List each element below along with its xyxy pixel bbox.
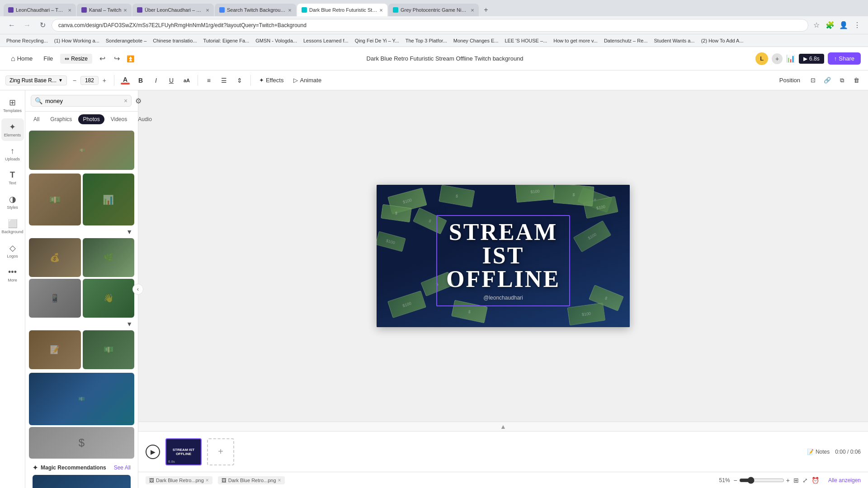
text-list-button[interactable]: ☰	[218, 74, 231, 87]
crop-icon[interactable]: ⊡	[807, 74, 819, 87]
sidebar-item-uploads[interactable]: ↑ Uploads	[1, 143, 24, 165]
clock-icon[interactable]: ⏰	[811, 477, 819, 484]
sidebar-item-background[interactable]: ⬜ Background	[1, 215, 24, 238]
zoom-out-icon[interactable]: −	[734, 477, 737, 484]
zoom-in-icon[interactable]: +	[786, 477, 790, 484]
add-scene-button[interactable]: +	[207, 438, 234, 465]
search-result-wide-2[interactable]: 💵	[29, 373, 134, 426]
lock-icon[interactable]: 🔗	[821, 74, 834, 87]
font-color-button[interactable]: A	[119, 74, 132, 87]
status-tag-1[interactable]: 🖼 Dark Blue Retro...png ×	[146, 476, 212, 484]
bookmark-5[interactable]: Tutorial: Eigene Fa...	[201, 37, 252, 44]
tab-1-close[interactable]: ×	[68, 7, 71, 14]
resize-button[interactable]: ⇔ Resize	[60, 54, 92, 64]
search-result-5[interactable]: 📱	[29, 279, 81, 318]
timeline-pull-arrow[interactable]: ▲	[138, 422, 868, 431]
search-result-3[interactable]: 💰	[29, 238, 81, 277]
new-tab-button[interactable]: +	[480, 4, 492, 16]
search-result-6[interactable]: 👋	[83, 279, 135, 318]
text-selection-box[interactable]: STREAM IST OFFLINE @leonchaudhari	[436, 215, 570, 306]
duplicate-icon[interactable]: ⧉	[835, 74, 848, 87]
search-result-wide[interactable]: 💵	[29, 131, 134, 170]
magic-result-1[interactable]: 💵	[33, 475, 131, 488]
bookmark-2[interactable]: (1) How Working a...	[52, 37, 102, 44]
bookmark-4[interactable]: Chinese translatio...	[150, 37, 199, 44]
font-size-increase-button[interactable]: +	[99, 75, 109, 85]
bookmark-6[interactable]: GMSN - Vologda...	[253, 37, 300, 44]
font-size-input[interactable]: 182	[80, 76, 99, 85]
share-button[interactable]: ↑ Share	[828, 52, 861, 65]
tab-2[interactable]: Kanal – Twitch ×	[77, 4, 132, 16]
add-collaborator-button[interactable]: +	[772, 53, 783, 64]
bookmark-9[interactable]: The Top 3 Platfor...	[403, 37, 450, 44]
back-button[interactable]: ←	[5, 19, 18, 32]
effects-button[interactable]: ✦ Effects	[255, 75, 288, 85]
bookmark-11[interactable]: LEE 'S HOUSE –...	[502, 37, 550, 44]
position-button[interactable]: Position	[776, 75, 804, 85]
analytics-icon[interactable]: 📊	[786, 54, 795, 63]
menu-icon[interactable]: ⋮	[852, 20, 863, 31]
canvas-workspace[interactable]: $100 $ $100 $ $	[138, 90, 868, 422]
tab-3[interactable]: Über LeonChaudhari – Twitch ×	[132, 4, 214, 16]
bookmark-icon[interactable]: ☆	[811, 20, 822, 31]
bookmark-12[interactable]: How to get more v...	[551, 37, 600, 44]
tab-5-active[interactable]: Dark Blue Retro Futuristic Str... ×	[297, 4, 387, 16]
bookmark-7[interactable]: Lessons Learned f...	[301, 37, 351, 44]
tab-2-close[interactable]: ×	[123, 7, 127, 14]
zoom-slider[interactable]	[739, 477, 784, 484]
address-input[interactable]: canva.com/design/DAFO3SwZX/mSs7E2LFUyhRm…	[52, 19, 808, 32]
bookmark-8[interactable]: Qing Fei De Yi – Y...	[352, 37, 402, 44]
fit-page-icon[interactable]: ⊞	[793, 477, 799, 484]
text-spacing-button[interactable]: ⇕	[233, 74, 246, 87]
forward-button[interactable]: →	[21, 19, 33, 32]
tab-graphics[interactable]: Graphics	[46, 114, 76, 124]
bookmark-13[interactable]: Datenschutz – Re...	[601, 37, 651, 44]
tab-videos[interactable]: Videos	[106, 114, 132, 124]
extensions-icon[interactable]: 🧩	[825, 20, 835, 31]
bold-button[interactable]: B	[134, 74, 147, 87]
font-size-decrease-button[interactable]: −	[70, 75, 80, 85]
tab-all[interactable]: All	[29, 114, 44, 124]
user-avatar[interactable]: L	[755, 52, 768, 65]
tab-6-close[interactable]: ×	[471, 7, 474, 14]
see-all-link[interactable]: See All	[114, 465, 131, 471]
timeline-thumbnail[interactable]: STREAM ISTOFFLINE 6.8s	[165, 438, 202, 465]
search-result-dollar[interactable]: $	[29, 427, 134, 459]
tab-photos[interactable]: Photos	[78, 114, 104, 124]
file-button[interactable]: File	[40, 53, 57, 64]
search-clear-button[interactable]: ×	[124, 97, 127, 104]
tab-3-close[interactable]: ×	[206, 7, 209, 14]
animate-button[interactable]: ▷ Animate	[290, 75, 325, 85]
sidebar-item-templates[interactable]: ⊞ Templates	[1, 94, 24, 117]
see-all-button[interactable]: Alle anzeigen	[828, 477, 861, 483]
user-profile-icon[interactable]: 👤	[838, 20, 849, 31]
bookmark-10[interactable]: Money Changes E...	[451, 37, 501, 44]
tab-6[interactable]: Grey Photocentric Game Nigh... ×	[388, 4, 479, 16]
search-result-4[interactable]: 🌿	[83, 238, 135, 277]
text-align-left-button[interactable]: ≡	[203, 74, 215, 87]
search-result-8[interactable]: 💵	[83, 330, 135, 369]
tag-1-close[interactable]: ×	[206, 477, 209, 483]
font-case-button[interactable]: aA	[180, 74, 193, 87]
undo-button[interactable]: ↩	[96, 52, 108, 65]
design-canvas[interactable]: $100 $ $100 $ $	[377, 185, 630, 327]
bookmark-15[interactable]: (2) How To Add A...	[698, 37, 746, 44]
sidebar-item-elements[interactable]: ✦ Elements	[1, 118, 24, 141]
tab-1[interactable]: LeonChaudhari – Twitch ×	[4, 4, 76, 16]
sidebar-item-more[interactable]: ••• More	[1, 264, 24, 286]
tab-5-close[interactable]: ×	[379, 7, 383, 14]
home-button[interactable]: ⌂ Home	[7, 53, 36, 65]
search-result-1[interactable]: 💵	[29, 174, 81, 225]
tag-2-close[interactable]: ×	[278, 477, 281, 483]
trash-icon[interactable]: 🗑	[850, 74, 863, 87]
underline-button[interactable]: U	[165, 74, 178, 87]
tab-4-close[interactable]: ×	[288, 7, 292, 14]
bookmark-1[interactable]: Phone Recycling...	[4, 37, 51, 44]
search-input[interactable]	[45, 98, 121, 104]
italic-button[interactable]: I	[150, 74, 162, 87]
play-button[interactable]: ▶ 6.8s	[799, 54, 824, 64]
sidebar-item-logos[interactable]: ◇ Logos	[1, 239, 24, 262]
sidebar-item-text[interactable]: T Text	[1, 167, 24, 189]
scroll-down-icon[interactable]: ▼	[126, 228, 132, 235]
search-result-7[interactable]: 📝	[29, 330, 81, 369]
